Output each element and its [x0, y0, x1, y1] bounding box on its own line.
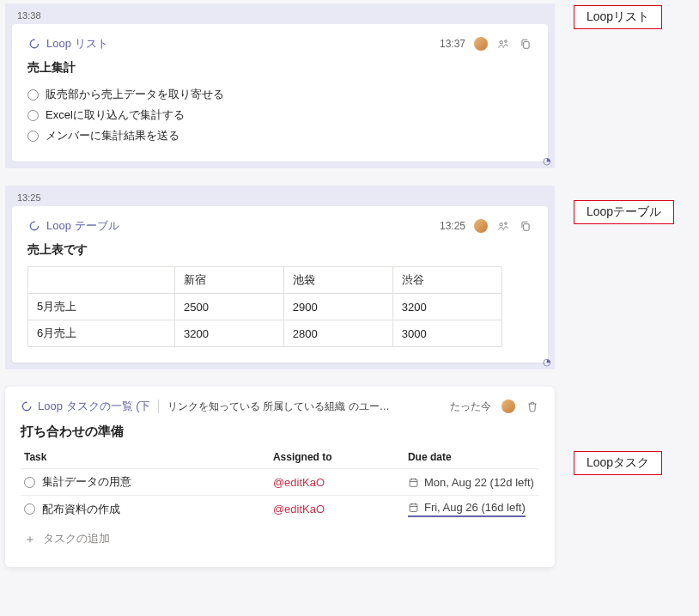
outer-timestamp: 13:25 [12, 191, 548, 206]
add-task-button[interactable]: ＋ タスクの追加 [21, 522, 539, 546]
avatar[interactable] [501, 399, 515, 413]
loop-component-title[interactable]: Loop タスクの一覧 (下書… [21, 399, 149, 414]
data-table[interactable]: 新宿 池袋 渋谷 5月売上 2500 2900 3200 6月売上 3200 [27, 266, 502, 347]
radio-icon[interactable] [27, 89, 39, 101]
due-text: Fri, Aug 26 (16d left) [424, 501, 526, 514]
annotation-loop-task: Loopタスク [574, 451, 662, 475]
task-row[interactable]: 集計データの用意 @editKaO Mon, Aug 22 (12d left) [21, 469, 539, 496]
list-item[interactable]: メンバーに集計結果を送る [27, 125, 532, 146]
loop-table-card: Loop テーブル 13:25 売上表です [12, 206, 548, 363]
col-header: 新宿 [174, 267, 283, 294]
due-date[interactable]: Mon, Aug 22 (12d left) [408, 476, 536, 489]
list-item-text: メンバーに集計結果を送る [46, 128, 179, 143]
radio-icon[interactable] [24, 503, 35, 515]
inner-timestamp: 13:25 [440, 220, 465, 232]
col-assigned: Assigned to [270, 446, 404, 469]
sync-icon: ◔ [541, 155, 553, 167]
loop-label: Loop テーブル [46, 218, 119, 234]
svg-point-6 [505, 223, 508, 225]
col-header [28, 267, 175, 294]
task-row[interactable]: 配布資料の作成 @editKaO Fri, Aug 26 (16d left) [21, 496, 539, 523]
add-task-label: タスクの追加 [43, 531, 110, 546]
col-due: Due date [404, 446, 539, 469]
row-label: 5月売上 [28, 294, 175, 320]
svg-point-8 [22, 402, 30, 410]
list-title: 売上集計 [27, 60, 532, 76]
col-task: Task [21, 446, 270, 469]
svg-rect-3 [524, 42, 529, 49]
share-icon[interactable] [496, 37, 510, 51]
radio-icon[interactable] [27, 131, 39, 142]
svg-point-0 [30, 40, 38, 47]
calendar-icon [408, 502, 419, 513]
cell[interactable]: 3200 [174, 320, 283, 347]
svg-point-5 [500, 223, 503, 227]
cell[interactable]: 3200 [392, 294, 501, 320]
loop-component-title[interactable]: Loop テーブル [27, 218, 119, 234]
copy-icon[interactable] [519, 219, 532, 233]
svg-rect-10 [410, 504, 417, 512]
assignee-mention[interactable]: @editKaO [273, 476, 325, 489]
col-header: 渋谷 [392, 267, 501, 294]
loop-task-card: Loop タスクの一覧 (下書… リンクを知っている 所属している組織 のユーザ… [5, 387, 555, 567]
col-header: 池袋 [283, 267, 392, 294]
loop-label: Loop タスクの一覧 (下書… [38, 399, 149, 414]
table-title: 売上表です [27, 242, 532, 258]
cell[interactable]: 2800 [283, 320, 392, 347]
due-date[interactable]: Fri, Aug 26 (16d left) [408, 501, 526, 517]
sync-icon: ◔ [541, 356, 553, 368]
cell[interactable]: 2500 [174, 294, 283, 320]
task-name: 配布資料の作成 [42, 502, 120, 517]
copy-icon[interactable] [519, 37, 532, 51]
inner-timestamp: 13:37 [440, 38, 465, 50]
table-row[interactable]: 6月売上 3200 2800 3000 [28, 320, 502, 347]
list-item[interactable]: 販売部から売上データを取り寄せる [27, 84, 532, 105]
list-item[interactable]: Excelに取り込んで集計する [27, 105, 532, 125]
loop-label: Loop リスト [46, 36, 108, 52]
permission-text[interactable]: リンクを知っている 所属している組織 のユーザーは編集… [167, 399, 391, 414]
loop-icon [27, 37, 41, 51]
loop-icon [27, 219, 41, 233]
radio-icon[interactable] [24, 477, 35, 488]
task-table: Task Assigned to Due date 集計データの用意 @edit… [21, 446, 539, 522]
list-item-text: 販売部から売上データを取り寄せる [46, 87, 224, 102]
loop-list-card: Loop リスト 13:37 売上集計 販売部から売上データを取り寄せる Exc… [12, 24, 548, 162]
table-row[interactable]: 5月売上 2500 2900 3200 [28, 294, 502, 320]
avatar[interactable] [474, 219, 488, 233]
task-name: 集計データの用意 [42, 474, 131, 490]
avatar[interactable] [474, 37, 488, 51]
outer-timestamp: 13:38 [12, 9, 548, 24]
annotation-loop-list: Loopリスト [574, 5, 662, 29]
svg-rect-7 [524, 224, 529, 231]
row-label: 6月売上 [28, 320, 175, 347]
svg-rect-9 [410, 479, 417, 486]
task-list-title: 打ち合わせの準備 [21, 423, 539, 441]
loop-component-title[interactable]: Loop リスト [27, 36, 108, 52]
share-icon[interactable] [496, 219, 510, 233]
svg-point-1 [500, 41, 503, 45]
checklist: 販売部から売上データを取り寄せる Excelに取り込んで集計する メンバーに集計… [27, 84, 532, 146]
cell[interactable]: 2900 [283, 294, 392, 320]
loop-icon [21, 399, 33, 413]
annotation-loop-table: Loopテーブル [574, 200, 674, 224]
due-text: Mon, Aug 22 (12d left) [424, 476, 534, 489]
delete-icon[interactable] [526, 399, 539, 413]
svg-point-2 [505, 40, 508, 43]
list-item-text: Excelに取り込んで集計する [46, 107, 185, 123]
assignee-mention[interactable]: @editKaO [273, 503, 325, 515]
divider [158, 399, 159, 413]
message-loop-table: 13:25 Loop テーブル 13:25 [5, 186, 555, 369]
table-header-row: 新宿 池袋 渋谷 [28, 267, 502, 294]
cell[interactable]: 3000 [392, 320, 501, 347]
message-loop-list: 13:38 Loop リスト 13:37 [5, 3, 555, 168]
plus-icon: ＋ [24, 533, 36, 545]
radio-icon[interactable] [27, 110, 39, 121]
calendar-icon [408, 477, 419, 488]
svg-point-4 [30, 222, 38, 229]
relative-timestamp: たった今 [450, 399, 491, 414]
